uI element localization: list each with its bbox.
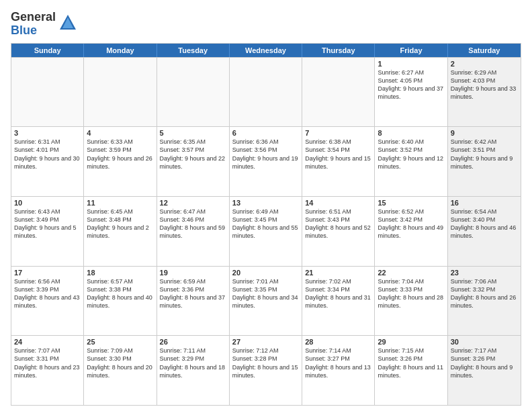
day-info: Sunrise: 6:27 AM Sunset: 4:05 PM Dayligh… [378, 68, 444, 101]
calendar-cell: 9Sunrise: 6:42 AM Sunset: 3:51 PM Daylig… [448, 127, 521, 196]
day-info: Sunrise: 6:47 AM Sunset: 3:46 PM Dayligh… [160, 208, 226, 240]
day-number: 17 [14, 269, 81, 277]
calendar-cell: 29Sunrise: 7:15 AM Sunset: 3:26 PM Dayli… [375, 336, 447, 405]
calendar-row: 17Sunrise: 6:56 AM Sunset: 3:39 PM Dayli… [11, 266, 521, 336]
day-info: Sunrise: 6:40 AM Sunset: 3:52 PM Dayligh… [378, 138, 444, 171]
calendar-cell: 17Sunrise: 6:56 AM Sunset: 3:39 PM Dayli… [11, 267, 84, 336]
day-info: Sunrise: 7:07 AM Sunset: 3:31 PM Dayligh… [14, 347, 81, 379]
calendar-cell: 25Sunrise: 7:09 AM Sunset: 3:30 PM Dayli… [84, 336, 157, 405]
day-info: Sunrise: 7:15 AM Sunset: 3:26 PM Dayligh… [378, 347, 444, 379]
day-number: 19 [160, 269, 226, 277]
day-number: 12 [160, 199, 226, 207]
calendar-cell: 4Sunrise: 6:33 AM Sunset: 3:59 PM Daylig… [84, 127, 157, 196]
day-info: Sunrise: 6:56 AM Sunset: 3:39 PM Dayligh… [14, 277, 81, 310]
day-number: 9 [451, 129, 518, 137]
day-info: Sunrise: 7:04 AM Sunset: 3:33 PM Dayligh… [378, 277, 444, 310]
calendar-cell: 13Sunrise: 6:49 AM Sunset: 3:45 PM Dayli… [230, 197, 302, 266]
day-number: 21 [305, 269, 371, 277]
day-number: 23 [451, 269, 518, 277]
day-number: 4 [87, 129, 153, 137]
day-info: Sunrise: 6:36 AM Sunset: 3:56 PM Dayligh… [232, 138, 299, 171]
logo-icon [58, 13, 77, 32]
day-number: 6 [232, 129, 299, 137]
day-number: 3 [14, 129, 81, 137]
calendar-cell: 6Sunrise: 6:36 AM Sunset: 3:56 PM Daylig… [230, 127, 302, 196]
day-number: 24 [14, 338, 81, 346]
calendar-cell: 2Sunrise: 6:29 AM Sunset: 4:03 PM Daylig… [448, 58, 521, 127]
day-number: 29 [378, 338, 444, 346]
day-info: Sunrise: 6:31 AM Sunset: 4:01 PM Dayligh… [14, 138, 81, 171]
calendar-cell: 21Sunrise: 7:02 AM Sunset: 3:34 PM Dayli… [302, 267, 375, 336]
day-number: 25 [87, 338, 153, 346]
header-day: Wednesday [230, 44, 302, 57]
day-info: Sunrise: 7:11 AM Sunset: 3:29 PM Dayligh… [160, 347, 226, 379]
calendar: SundayMondayTuesdayWednesdayThursdayFrid… [11, 43, 521, 406]
header-day: Monday [84, 44, 157, 57]
day-number: 28 [305, 338, 371, 346]
day-number: 2 [451, 60, 518, 68]
day-info: Sunrise: 6:43 AM Sunset: 3:49 PM Dayligh… [14, 208, 81, 240]
day-info: Sunrise: 6:54 AM Sunset: 3:40 PM Dayligh… [451, 208, 518, 240]
day-info: Sunrise: 6:49 AM Sunset: 3:45 PM Dayligh… [232, 208, 299, 240]
day-info: Sunrise: 6:51 AM Sunset: 3:43 PM Dayligh… [305, 208, 371, 240]
day-info: Sunrise: 6:52 AM Sunset: 3:42 PM Dayligh… [378, 208, 444, 240]
calendar-cell: 20Sunrise: 7:01 AM Sunset: 3:35 PM Dayli… [230, 267, 302, 336]
day-info: Sunrise: 6:35 AM Sunset: 3:57 PM Dayligh… [160, 138, 226, 171]
day-number: 5 [160, 129, 226, 137]
day-number: 8 [378, 129, 444, 137]
day-info: Sunrise: 6:33 AM Sunset: 3:59 PM Dayligh… [87, 138, 153, 171]
day-info: Sunrise: 7:02 AM Sunset: 3:34 PM Dayligh… [305, 277, 371, 310]
logo-blue: Blue [11, 24, 37, 37]
calendar-cell: 26Sunrise: 7:11 AM Sunset: 3:29 PM Dayli… [157, 336, 230, 405]
calendar-cell [157, 58, 230, 127]
day-number: 26 [160, 338, 226, 346]
calendar-row: 24Sunrise: 7:07 AM Sunset: 3:31 PM Dayli… [11, 335, 521, 405]
day-info: Sunrise: 7:01 AM Sunset: 3:35 PM Dayligh… [232, 277, 299, 310]
calendar-cell: 14Sunrise: 6:51 AM Sunset: 3:43 PM Dayli… [302, 197, 375, 266]
calendar-cell: 10Sunrise: 6:43 AM Sunset: 3:49 PM Dayli… [11, 197, 84, 266]
day-info: Sunrise: 7:14 AM Sunset: 3:27 PM Dayligh… [305, 347, 371, 379]
calendar-cell: 15Sunrise: 6:52 AM Sunset: 3:42 PM Dayli… [375, 197, 447, 266]
calendar-cell: 30Sunrise: 7:17 AM Sunset: 3:26 PM Dayli… [448, 336, 521, 405]
calendar-row: 1Sunrise: 6:27 AM Sunset: 4:05 PM Daylig… [11, 57, 521, 127]
calendar-row: 3Sunrise: 6:31 AM Sunset: 4:01 PM Daylig… [11, 126, 521, 196]
calendar-cell: 27Sunrise: 7:12 AM Sunset: 3:28 PM Dayli… [230, 336, 302, 405]
calendar-cell: 1Sunrise: 6:27 AM Sunset: 4:05 PM Daylig… [375, 58, 447, 127]
calendar-cell: 22Sunrise: 7:04 AM Sunset: 3:33 PM Dayli… [375, 267, 447, 336]
calendar-cell: 3Sunrise: 6:31 AM Sunset: 4:01 PM Daylig… [11, 127, 84, 196]
day-number: 20 [232, 269, 299, 277]
day-number: 11 [87, 199, 153, 207]
calendar-cell: 5Sunrise: 6:35 AM Sunset: 3:57 PM Daylig… [157, 127, 230, 196]
header-day: Sunday [11, 44, 84, 57]
day-info: Sunrise: 7:17 AM Sunset: 3:26 PM Dayligh… [451, 347, 518, 379]
calendar-cell: 19Sunrise: 6:59 AM Sunset: 3:36 PM Dayli… [157, 267, 230, 336]
calendar-body: 1Sunrise: 6:27 AM Sunset: 4:05 PM Daylig… [11, 57, 521, 405]
calendar-cell: 8Sunrise: 6:40 AM Sunset: 3:52 PM Daylig… [375, 127, 447, 196]
calendar-cell [302, 58, 375, 127]
calendar-cell: 16Sunrise: 6:54 AM Sunset: 3:40 PM Dayli… [448, 197, 521, 266]
header-day: Friday [375, 44, 447, 57]
calendar-cell: 11Sunrise: 6:45 AM Sunset: 3:48 PM Dayli… [84, 197, 157, 266]
calendar-cell: 23Sunrise: 7:06 AM Sunset: 3:32 PM Dayli… [448, 267, 521, 336]
header-day: Saturday [448, 44, 521, 57]
day-info: Sunrise: 6:38 AM Sunset: 3:54 PM Dayligh… [305, 138, 371, 171]
header-day: Tuesday [157, 44, 230, 57]
day-info: Sunrise: 7:12 AM Sunset: 3:28 PM Dayligh… [232, 347, 299, 379]
day-number: 14 [305, 199, 371, 207]
calendar-header: SundayMondayTuesdayWednesdayThursdayFrid… [11, 44, 521, 57]
day-number: 7 [305, 129, 371, 137]
day-number: 18 [87, 269, 153, 277]
day-info: Sunrise: 7:06 AM Sunset: 3:32 PM Dayligh… [451, 277, 518, 310]
calendar-cell: 18Sunrise: 6:57 AM Sunset: 3:38 PM Dayli… [84, 267, 157, 336]
header-day: Thursday [302, 44, 375, 57]
day-number: 10 [14, 199, 81, 207]
day-info: Sunrise: 6:29 AM Sunset: 4:03 PM Dayligh… [451, 68, 518, 101]
calendar-cell [230, 58, 302, 127]
calendar-cell: 7Sunrise: 6:38 AM Sunset: 3:54 PM Daylig… [302, 127, 375, 196]
calendar-row: 10Sunrise: 6:43 AM Sunset: 3:49 PM Dayli… [11, 196, 521, 266]
calendar-cell: 24Sunrise: 7:07 AM Sunset: 3:31 PM Dayli… [11, 336, 84, 405]
day-number: 15 [378, 199, 444, 207]
day-number: 13 [232, 199, 299, 207]
day-info: Sunrise: 6:42 AM Sunset: 3:51 PM Dayligh… [451, 138, 518, 171]
logo: General Blue [11, 11, 77, 38]
